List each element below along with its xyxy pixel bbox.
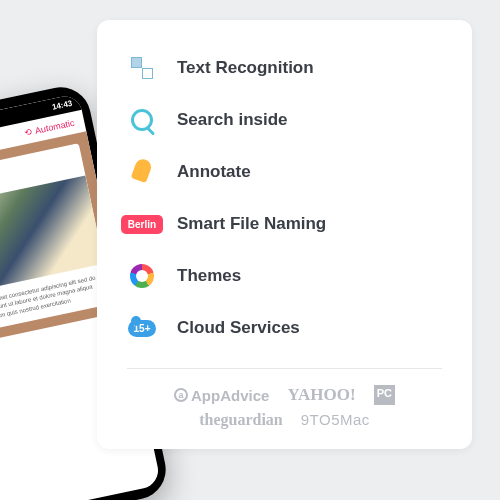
ocr-icon: [127, 53, 157, 83]
features-card: Text Recognition Search inside Annotate …: [97, 20, 472, 449]
feature-label: Annotate: [177, 162, 251, 182]
status-time: 14:43: [51, 99, 73, 112]
feature-search-inside[interactable]: Search inside: [127, 94, 442, 146]
pcmag-logo: PC: [374, 385, 395, 405]
document-preview: Muffins Lorem ipsum dolor sit amet conse…: [0, 143, 113, 342]
feature-smart-file-naming[interactable]: Berlin Smart File Naming: [127, 198, 442, 250]
feature-annotate[interactable]: Annotate: [127, 146, 442, 198]
feature-label: Smart File Naming: [177, 214, 326, 234]
color-wheel-icon: [127, 261, 157, 291]
yahoo-logo: YAHOO!: [287, 385, 355, 405]
feature-label: Text Recognition: [177, 58, 314, 78]
feature-label: Themes: [177, 266, 241, 286]
cloud-badge-icon: 15+: [127, 313, 157, 343]
press-logos: aAppAdvice YAHOO! PC theguardian 9TO5Mac: [127, 385, 442, 429]
feature-label: Search inside: [177, 110, 288, 130]
appadvice-logo: aAppAdvice: [174, 385, 269, 405]
feature-themes[interactable]: Themes: [127, 250, 442, 302]
guardian-logo: theguardian: [199, 411, 283, 429]
feature-cloud-services[interactable]: 15+ Cloud Services: [127, 302, 442, 354]
search-icon: [127, 105, 157, 135]
feature-text-recognition[interactable]: Text Recognition: [127, 42, 442, 94]
berlin-badge-icon: Berlin: [127, 209, 157, 239]
ninetofivemac-logo: 9TO5Mac: [301, 411, 370, 429]
divider: [127, 368, 442, 369]
highlighter-icon: [127, 157, 157, 187]
feature-label: Cloud Services: [177, 318, 300, 338]
